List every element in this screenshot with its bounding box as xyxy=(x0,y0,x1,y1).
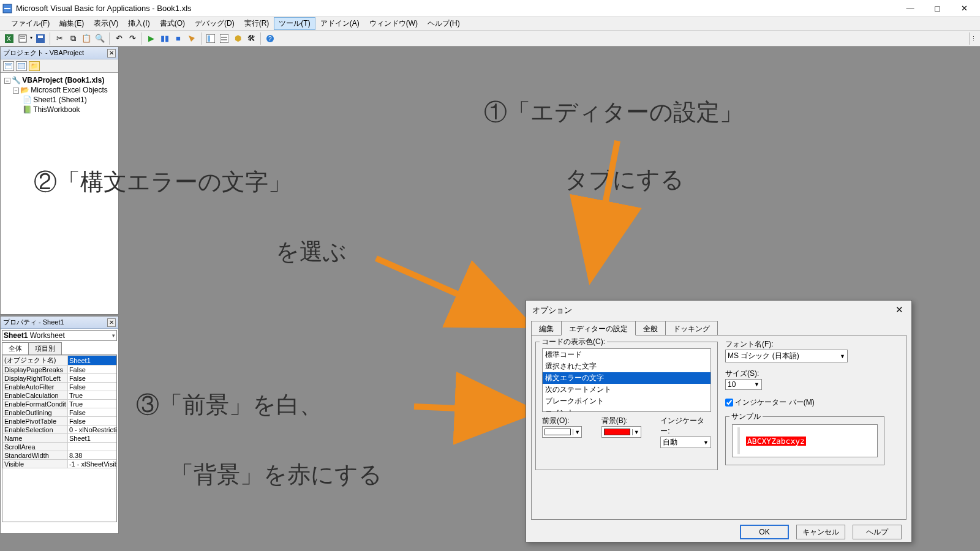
project-explorer-icon[interactable] xyxy=(205,32,217,45)
redo-icon[interactable]: ↷ xyxy=(126,32,138,45)
menu-window[interactable]: ウィンドウ(W) xyxy=(364,17,423,30)
project-tree[interactable]: −🔧 VBAProject (Book1.xls) −📂 Microsoft E… xyxy=(1,73,118,117)
annotation-2b: を選ぶ xyxy=(276,236,347,268)
help-button[interactable]: ヘルプ xyxy=(853,525,902,539)
foreground-color-picker[interactable]: ▼ xyxy=(542,426,582,438)
menu-format[interactable]: 書式(O) xyxy=(155,17,190,30)
save-icon[interactable] xyxy=(34,32,47,45)
properties-panel: プロパティ - Sheet1 ✕ Sheet1 Worksheet ▾ 全体 項… xyxy=(0,316,119,534)
ok-button[interactable]: OK xyxy=(740,525,789,539)
svg-line-21 xyxy=(592,141,617,273)
view-excel-icon[interactable]: X xyxy=(3,32,15,45)
indicator-combo[interactable]: 自動▼ xyxy=(660,437,711,448)
view-object-icon[interactable] xyxy=(16,61,27,71)
properties-grid[interactable]: (オブジェクト名)Sheet1DisplayPageBreaksFalseDis… xyxy=(2,354,117,522)
background-label: 背景(B): xyxy=(601,416,652,426)
break-icon[interactable]: ▮▮ xyxy=(159,32,171,45)
tab-docking[interactable]: ドッキング xyxy=(665,321,718,335)
font-label: フォント名(F): xyxy=(725,339,897,350)
menu-file[interactable]: ファイル(F) xyxy=(6,17,55,30)
svg-rect-11 xyxy=(208,36,210,42)
code-colors-group-label: コードの表示色(C): xyxy=(540,337,607,347)
tree-root[interactable]: VBAProject (Book1.xls) xyxy=(22,76,104,84)
menu-view[interactable]: 表示(V) xyxy=(89,17,123,30)
tab-editor-format[interactable]: エディターの設定 xyxy=(561,321,636,335)
svg-rect-1 xyxy=(4,8,10,9)
design-mode-icon[interactable] xyxy=(186,32,198,45)
options-dialog: オプション ✕ 編集 エディターの設定 全般 ドッキング コードの表示色(C):… xyxy=(526,300,912,542)
svg-marker-9 xyxy=(189,36,195,42)
svg-line-23 xyxy=(414,407,528,411)
view-code-icon[interactable] xyxy=(3,61,14,71)
menu-help[interactable]: ヘルプ(H) xyxy=(423,17,465,30)
cut-icon[interactable]: ✂ xyxy=(53,32,66,45)
annotation-3a: ③「前景」を白、 xyxy=(136,389,323,421)
svg-line-22 xyxy=(376,258,524,323)
insert-dropdown-icon[interactable] xyxy=(17,32,29,45)
object-browser-icon[interactable]: ⬢ xyxy=(232,32,244,45)
properties-panel-title: プロパティ - Sheet1 xyxy=(3,318,107,327)
annotation-3b: 「背景」を赤にする xyxy=(170,459,382,490)
svg-rect-12 xyxy=(220,34,228,43)
svg-rect-17 xyxy=(5,63,12,69)
maximize-button[interactable]: ◻ xyxy=(924,0,951,17)
svg-text:?: ? xyxy=(268,36,272,42)
menu-tools[interactable]: ツール(T) xyxy=(274,17,315,30)
close-button[interactable]: ✕ xyxy=(951,0,978,17)
paste-icon[interactable]: 📋 xyxy=(80,32,92,45)
dialog-close-icon[interactable]: ✕ xyxy=(893,304,905,317)
dialog-title: オプション xyxy=(532,305,893,316)
menu-run[interactable]: 実行(R) xyxy=(239,17,274,30)
run-icon[interactable]: ▶ xyxy=(145,32,157,45)
minimize-button[interactable]: — xyxy=(897,0,924,17)
annotation-2a: ②「構文エラーの文字」 xyxy=(34,167,292,198)
font-combo[interactable]: MS ゴシック (日本語)▼ xyxy=(725,350,848,362)
annotation-1a: ①「エディターの設定」 xyxy=(484,97,743,128)
svg-rect-19 xyxy=(18,63,25,69)
menubar: ファイル(F) 編集(E) 表示(V) 挿入(I) 書式(O) デバッグ(D) … xyxy=(0,17,980,31)
sample-preview: ABCXYZabcxyz xyxy=(732,424,878,457)
menu-addins[interactable]: アドイン(A) xyxy=(315,17,364,30)
properties-panel-close-icon[interactable]: ✕ xyxy=(107,318,116,327)
code-colors-listbox[interactable]: 標準コード選択された文字構文エラーの文字次のステートメントブレークポイントコメン… xyxy=(542,348,711,412)
toolbar-overflow-icon[interactable]: ⋮ xyxy=(969,32,978,45)
copy-icon[interactable]: ⧉ xyxy=(67,32,79,45)
size-combo[interactable]: 10▼ xyxy=(725,379,762,390)
prop-tab-all[interactable]: 全体 xyxy=(2,342,29,354)
tree-thisworkbook[interactable]: ThisWorkbook xyxy=(33,105,80,114)
svg-text:X: X xyxy=(7,36,11,42)
toggle-folders-icon[interactable]: 📁 xyxy=(29,61,40,71)
reset-icon[interactable]: ■ xyxy=(172,32,184,45)
menu-insert[interactable]: 挿入(I) xyxy=(123,17,154,30)
project-panel-title: プロジェクト - VBAProject xyxy=(3,48,107,58)
foreground-label: 前景(O): xyxy=(542,416,593,426)
find-icon[interactable]: 🔍 xyxy=(94,32,106,45)
background-color-picker[interactable]: ▼ xyxy=(601,426,641,438)
tree-sheet1[interactable]: Sheet1 (Sheet1) xyxy=(33,96,86,104)
workspace: プロジェクト - VBAProject ✕ 📁 −🔧 VBAProject (B… xyxy=(0,47,980,551)
size-label: サイズ(S): xyxy=(725,369,897,379)
svg-rect-8 xyxy=(38,36,43,38)
tree-folder[interactable]: Microsoft Excel Objects xyxy=(31,86,107,94)
dialog-tabs: 編集 エディターの設定 全般 ドッキング xyxy=(526,320,911,335)
project-panel-close-icon[interactable]: ✕ xyxy=(107,49,116,58)
tab-edit[interactable]: 編集 xyxy=(531,321,562,335)
properties-object-selector[interactable]: Sheet1 Worksheet ▾ xyxy=(2,330,117,341)
indicator-label: インジケーター: xyxy=(660,416,711,437)
sample-group-label: サンプル xyxy=(729,411,763,422)
app-icon xyxy=(2,4,12,13)
window-title: Microsoft Visual Basic for Applications … xyxy=(16,4,897,13)
prop-tab-category[interactable]: 項目別 xyxy=(28,342,62,354)
titlebar: Microsoft Visual Basic for Applications … xyxy=(0,0,980,17)
help-icon[interactable]: ? xyxy=(264,32,276,45)
toolbox-icon[interactable]: 🛠 xyxy=(245,32,257,45)
tab-general[interactable]: 全般 xyxy=(635,321,666,335)
menu-edit[interactable]: 編集(E) xyxy=(55,17,89,30)
menu-debug[interactable]: デバッグ(D) xyxy=(190,17,239,30)
toolbar: X ✂ ⧉ 📋 🔍 ↶ ↷ ▶ ▮▮ ■ ⬢ 🛠 ? ⋮ xyxy=(0,31,980,47)
indicator-bar-checkbox[interactable]: インジケーター バー(M) xyxy=(725,397,897,408)
annotation-1b: タブにする xyxy=(565,164,684,195)
properties-icon[interactable] xyxy=(218,32,230,45)
cancel-button[interactable]: キャンセル xyxy=(796,525,845,539)
undo-icon[interactable]: ↶ xyxy=(113,32,125,45)
